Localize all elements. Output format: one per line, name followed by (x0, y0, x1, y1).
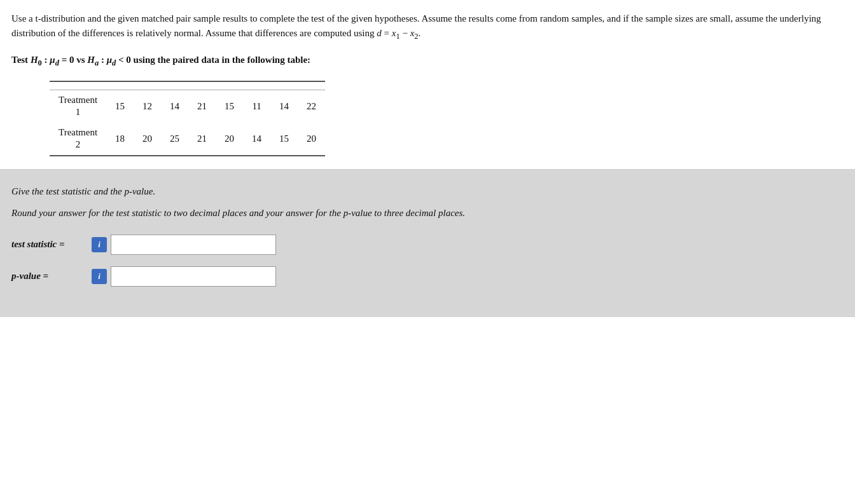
t2-val7: 15 (270, 123, 298, 156)
bottom-section: Give the test statistic and the p-value.… (0, 170, 855, 317)
t1-val2: 12 (134, 90, 161, 123)
t2-val2: 20 (134, 123, 161, 156)
t1-val1: 15 (106, 90, 134, 123)
treatment1-label: Treatment1 (50, 90, 106, 123)
col-2-header (134, 81, 161, 90)
p-value-row: p-value = i (11, 266, 840, 287)
t1-val5: 15 (216, 90, 243, 123)
table-row-treatment2: Treatment2 18 20 25 21 20 14 15 20 (50, 123, 325, 156)
t2-val5: 20 (216, 123, 243, 156)
p-value-info-icon[interactable]: i (92, 269, 107, 284)
col-8-header (298, 81, 325, 90)
t2-val3: 25 (161, 123, 188, 156)
header-label (50, 81, 106, 90)
t2-val6: 14 (243, 123, 270, 156)
test-statistic-info-icon[interactable]: i (92, 237, 107, 252)
col-1-header (106, 81, 134, 90)
t1-val4: 21 (188, 90, 216, 123)
col-4-header (188, 81, 216, 90)
instruction-line2: Round your answer for the test statistic… (11, 205, 840, 221)
t2-val8: 20 (298, 123, 325, 156)
p-value-label: p-value = (11, 271, 88, 282)
problem-intro: Use a t-distribution and the given match… (11, 11, 840, 43)
top-section: Use a t-distribution and the given match… (0, 0, 855, 170)
t1-val3: 14 (161, 90, 188, 123)
hypothesis-line: Test H0 : μd = 0 vs Ha : μd < 0 using th… (11, 52, 840, 69)
t1-val6: 11 (243, 90, 270, 123)
col-7-header (270, 81, 298, 90)
test-statistic-row: test statistic = i (11, 235, 840, 255)
t1-val7: 14 (270, 90, 298, 123)
treatment2-label: Treatment2 (50, 123, 106, 156)
table-row-treatment1: Treatment1 15 12 14 21 15 11 14 22 (50, 90, 325, 123)
paired-data-table: Treatment1 15 12 14 21 15 11 14 22 Treat… (50, 81, 325, 156)
test-statistic-input[interactable] (111, 235, 276, 255)
test-statistic-label: test statistic = (11, 239, 88, 250)
col-3-header (161, 81, 188, 90)
col-5-header (216, 81, 243, 90)
p-value-input[interactable] (111, 266, 276, 287)
data-table-container: Treatment1 15 12 14 21 15 11 14 22 Treat… (50, 81, 325, 156)
t1-val8: 22 (298, 90, 325, 123)
instruction-line1: Give the test statistic and the p-value. (11, 184, 840, 199)
t2-val4: 21 (188, 123, 216, 156)
t2-val1: 18 (106, 123, 134, 156)
col-6-header (243, 81, 270, 90)
